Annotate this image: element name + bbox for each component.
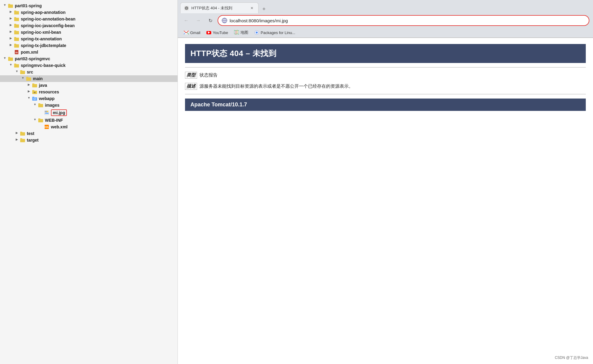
- svg-marker-53: [234, 30, 239, 34]
- svg-rect-27: [32, 90, 34, 91]
- svg-rect-3: [14, 11, 16, 12]
- folder-icon: [20, 138, 25, 143]
- svg-point-57: [256, 32, 258, 33]
- tree-item-spring-ioc-java[interactable]: spring-ioc-javaconfig-bean: [0, 22, 177, 29]
- folder-icon: [14, 36, 19, 41]
- folder-web-icon: [32, 96, 37, 101]
- address-bar-input[interactable]: [230, 18, 585, 23]
- tree-item-springmvc-base[interactable]: springmvc-base-quick: [0, 62, 177, 69]
- bookmark-packages[interactable]: Packages for Linu...: [252, 29, 298, 36]
- folder-icon: [20, 70, 25, 74]
- svg-rect-43: [20, 132, 22, 133]
- tree-arrow: [2, 56, 7, 61]
- browser-content: HTTP状态 404 – 未找到 类型 状态报告 描述 源服务器未能找到目标资源…: [178, 38, 593, 364]
- svg-rect-30: [32, 97, 34, 98]
- tree-item-target[interactable]: target: [0, 137, 177, 143]
- tree-label: test: [27, 131, 34, 136]
- tree-item-images[interactable]: images: [0, 102, 177, 108]
- tree-arrow: [8, 23, 13, 28]
- tree-item-test[interactable]: test: [0, 130, 177, 137]
- tree-arrow: [8, 63, 13, 68]
- svg-rect-33: [38, 103, 40, 105]
- folder-icon: [14, 17, 19, 21]
- folder-icon: [14, 10, 19, 15]
- tree-label: springmvc-base-quick: [21, 63, 66, 68]
- new-tab-button[interactable]: +: [260, 5, 268, 13]
- tree-item-src[interactable]: src: [0, 69, 177, 75]
- bookmark-maps-label: 地图: [240, 30, 248, 35]
- error-divider: [185, 67, 586, 67]
- tree-item-main[interactable]: main: [0, 75, 177, 82]
- tree-item-part01-spring[interactable]: part01-spring: [0, 2, 177, 9]
- address-favicon: [222, 18, 227, 23]
- tree-label: spring-aop-annotation: [21, 10, 66, 15]
- browser-tab-active[interactable]: ! HTTP状态 404 - 未找到 ✕: [180, 2, 259, 13]
- error-desc-row: 描述 源服务器未能找到目标资源的表示或者是不愿公开一个已经存在的资源表示。: [185, 83, 586, 90]
- folder-icon: [14, 63, 19, 68]
- tree-item-webapp[interactable]: webapp: [0, 95, 177, 102]
- tree-item-resources[interactable]: resources: [0, 89, 177, 95]
- svg-text:m: m: [15, 51, 18, 54]
- refresh-button[interactable]: ↻: [206, 16, 215, 25]
- webxml-file-icon: XML: [44, 124, 49, 129]
- error-type-row: 类型 状态报告: [185, 72, 586, 79]
- tree-label-mi-jpg: mi.jpg: [51, 109, 67, 116]
- error-desc-label: 描述: [185, 83, 197, 90]
- image-file-icon: [44, 110, 49, 115]
- tree-arrow: [8, 30, 13, 35]
- error-footer-title: Apache Tomcat/10.1.7: [185, 99, 586, 111]
- tree-item-spring-aop[interactable]: spring-aop-annotation: [0, 9, 177, 16]
- tree-item-spring-tx-jdbc[interactable]: spring-tx-jdbctemplate: [0, 42, 177, 49]
- browser-panel: ! HTTP状态 404 - 未找到 ✕ + ← → ↻: [178, 0, 593, 364]
- folder-icon: [14, 43, 19, 48]
- tree-item-spring-tx-ann[interactable]: spring-tx-annotation: [0, 36, 177, 42]
- tree-item-spring-ioc-xml[interactable]: spring-ioc-xml-bean: [0, 29, 177, 36]
- tree-arrow: [2, 3, 7, 8]
- folder-icon: [26, 76, 31, 81]
- tree-item-mi-jpg[interactable]: mi.jpg: [0, 108, 177, 117]
- svg-rect-39: [38, 118, 40, 120]
- tree-item-pom-xml[interactable]: m pom.xml: [0, 49, 177, 55]
- tree-label: spring-ioc-xml-bean: [21, 30, 61, 35]
- bookmark-maps[interactable]: 地图: [232, 29, 251, 36]
- svg-text:!: !: [186, 7, 187, 10]
- tree-item-java[interactable]: java: [0, 82, 177, 89]
- error-page: HTTP状态 404 – 未找到 类型 状态报告 描述 源服务器未能找到目标资源…: [178, 38, 593, 117]
- bookmark-gmail-label: Gmail: [190, 30, 200, 35]
- tree-label: images: [45, 103, 59, 108]
- error-desc-value: 源服务器未能找到目标资源的表示或者是不愿公开一个已经存在的资源表示。: [199, 83, 353, 89]
- tree-arrow: [8, 43, 13, 48]
- tree-item-spring-ioc-ann[interactable]: spring-ioc-annotation-bean: [0, 16, 177, 22]
- tree-arrow: [14, 70, 19, 74]
- tree-label: spring-ioc-annotation-bean: [21, 17, 75, 21]
- svg-rect-13: [14, 44, 16, 45]
- browser-chrome: ! HTTP状态 404 - 未找到 ✕ + ← → ↻: [178, 0, 593, 38]
- folder-icon: [32, 83, 37, 88]
- folder-icon: [14, 23, 19, 28]
- svg-point-37: [47, 111, 48, 112]
- folder-icon: [20, 131, 25, 136]
- error-divider-2: [185, 94, 586, 94]
- youtube-icon: [206, 30, 211, 35]
- tree-arrow: [33, 118, 37, 123]
- tab-bar: ! HTTP状态 404 - 未找到 ✕ +: [178, 0, 593, 13]
- svg-rect-23: [26, 77, 28, 78]
- tree-label: java: [39, 83, 47, 88]
- folder-icon: [14, 30, 19, 35]
- tree-item-webxml[interactable]: XML web.xml: [0, 124, 177, 130]
- svg-rect-5: [14, 17, 16, 18]
- bookmark-youtube[interactable]: YouTube: [204, 29, 231, 36]
- forward-button[interactable]: →: [193, 16, 203, 25]
- tree-item-part02[interactable]: part02-springmvc: [0, 55, 177, 62]
- bookmark-gmail[interactable]: Gmail: [181, 29, 203, 36]
- error-type-label: 类型: [185, 72, 197, 79]
- tree-label: part02-springmvc: [15, 56, 50, 61]
- svg-rect-25: [32, 83, 34, 85]
- tree-item-webinf[interactable]: WEB-INF: [0, 117, 177, 124]
- svg-text:XML: XML: [45, 126, 49, 128]
- tab-close-button[interactable]: ✕: [249, 5, 255, 11]
- bookmarks-bar: Gmail YouTube: [178, 28, 593, 38]
- back-button[interactable]: ←: [181, 16, 191, 25]
- svg-rect-21: [20, 70, 22, 71]
- error-page-title: HTTP状态 404 – 未找到: [185, 44, 586, 63]
